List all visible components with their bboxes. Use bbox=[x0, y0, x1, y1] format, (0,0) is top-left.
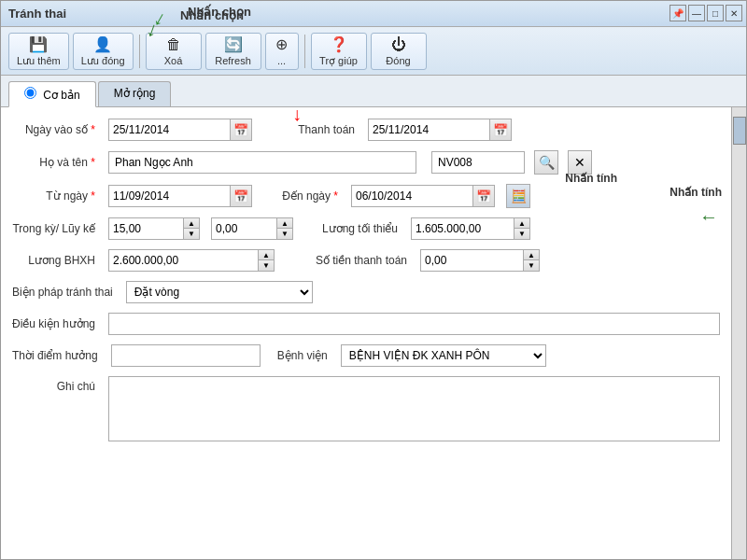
luong-bhxh-spin: ▲ ▼ bbox=[108, 249, 275, 272]
separator-2 bbox=[304, 35, 305, 68]
spin-buttons-2: ▲ ▼ bbox=[276, 217, 293, 240]
nhan-tinh-text: Nhấn tính bbox=[669, 186, 722, 199]
thanh-toan-input[interactable] bbox=[368, 119, 489, 141]
spin-up-3[interactable]: ▲ bbox=[514, 218, 529, 229]
spin-buttons-4: ▲ ▼ bbox=[258, 249, 275, 272]
luong-toi-thieu-spin: ▲ ▼ bbox=[411, 217, 530, 240]
spin-buttons-5: ▲ ▼ bbox=[523, 249, 540, 272]
spin-down-4[interactable]: ▼ bbox=[259, 260, 274, 271]
luong-bhxh-input[interactable] bbox=[108, 249, 258, 272]
ngay-vao-so-input[interactable] bbox=[108, 119, 230, 141]
tab-bar: Cơ bản Mở rộng bbox=[1, 76, 746, 107]
tab-co-ban[interactable]: Cơ bản bbox=[8, 81, 96, 107]
bien-phap-select-wrapper: Đặt vòng Thuốc tránh thai Bao cao su bbox=[126, 281, 313, 303]
spin-up-1[interactable]: ▲ bbox=[184, 218, 199, 229]
label-ghi-chu: Ghi chú bbox=[12, 376, 101, 393]
ngay-vao-so-cal-btn[interactable]: 📅 bbox=[230, 119, 252, 141]
maximize-btn[interactable]: □ bbox=[707, 5, 724, 21]
trong-ky-spin-2: ▲ ▼ bbox=[211, 217, 293, 240]
form-area: Ngày vào số 📅 ↓ Thanh toán 📅 bbox=[1, 107, 731, 559]
tab-co-ban-label: Cơ bản bbox=[43, 89, 79, 102]
luu-dong-label: Lưu đóng bbox=[81, 55, 125, 67]
content-area: Ngày vào số 📅 ↓ Thanh toán 📅 bbox=[1, 107, 746, 559]
den-ngay-input[interactable] bbox=[351, 185, 472, 207]
tu-ngay-cal-btn[interactable]: 📅 bbox=[230, 185, 252, 207]
refresh-button[interactable]: 🔄 Refresh bbox=[205, 33, 261, 70]
label-ho-va-ten: Họ và tên bbox=[12, 156, 101, 169]
tro-giup-button[interactable]: ❓ Trợ giúp bbox=[311, 33, 367, 70]
so-tien-spin: ▲ ▼ bbox=[420, 249, 540, 272]
minimize-btn[interactable]: — bbox=[688, 5, 705, 21]
search-nv-btn[interactable]: 🔍 bbox=[534, 150, 558, 175]
trong-ky-input-1[interactable] bbox=[108, 217, 183, 240]
calculate-btn[interactable]: 🧮 bbox=[506, 184, 530, 208]
dong-button[interactable]: ⏻ Đóng bbox=[371, 33, 427, 70]
spin-up-5[interactable]: ▲ bbox=[524, 250, 539, 260]
scrollbar[interactable] bbox=[731, 107, 746, 559]
label-dieu-kien: Điều kiện hưởng bbox=[12, 317, 101, 330]
luu-them-label: Lưu thêm bbox=[17, 55, 61, 67]
tab-mo-rong[interactable]: Mở rộng bbox=[98, 81, 172, 106]
row-bien-phap: Biện pháp tránh thai Đặt vòng Thuốc trán… bbox=[12, 281, 720, 303]
arrow-thanh-toan: ↓ bbox=[292, 107, 302, 125]
label-trong-ky: Trong kỳ/ Lũy kế bbox=[12, 222, 101, 235]
power-icon: ⏻ bbox=[391, 36, 406, 53]
window-controls: 📌 — □ ✕ bbox=[669, 5, 742, 21]
refresh-label: Refresh bbox=[215, 55, 251, 66]
so-tien-input[interactable] bbox=[420, 249, 523, 272]
refresh-icon: 🔄 bbox=[224, 35, 243, 53]
ghi-chu-textarea[interactable] bbox=[108, 376, 720, 441]
den-ngay-wrapper: 📅 bbox=[351, 185, 495, 207]
tab-co-ban-radio[interactable] bbox=[24, 87, 36, 99]
more-icon: ⊕ bbox=[275, 35, 288, 53]
tab-mo-rong-label: Mở rộng bbox=[114, 87, 156, 100]
save-close-icon: 👤 bbox=[93, 35, 112, 53]
luong-toi-thieu-input[interactable] bbox=[411, 217, 514, 240]
annotation-nhan-tinh: Nhấn tính bbox=[565, 172, 617, 185]
spin-up-4[interactable]: ▲ bbox=[259, 250, 274, 260]
dong-label: Đóng bbox=[386, 55, 410, 66]
row-dieu-kien: Điều kiện hưởng bbox=[12, 313, 720, 335]
more-button[interactable]: ⊕ ... bbox=[265, 33, 299, 70]
close-btn[interactable]: ✕ bbox=[726, 5, 742, 21]
label-so-tien: Số tiền thanh toán bbox=[291, 254, 413, 267]
label-ngay-vao-so: Ngày vào số bbox=[12, 123, 101, 136]
ma-nv-input[interactable] bbox=[431, 151, 525, 174]
ngay-vao-so-wrapper: 📅 bbox=[108, 119, 252, 141]
spin-buttons-3: ▲ ▼ bbox=[514, 217, 530, 240]
pin-btn[interactable]: 📌 bbox=[669, 5, 686, 21]
den-ngay-cal-btn[interactable]: 📅 bbox=[472, 185, 495, 207]
ho-va-ten-input[interactable] bbox=[108, 151, 416, 174]
help-icon: ❓ bbox=[330, 35, 348, 53]
separator-1 bbox=[139, 35, 140, 68]
benh-vien-select[interactable]: BỆNH VIỆN ĐK XANH PÔN bbox=[341, 344, 546, 367]
label-luong-toi-thieu: Lương tối thiểu bbox=[310, 222, 403, 235]
luu-them-button[interactable]: 💾 Lưu thêm bbox=[8, 33, 69, 70]
spin-up-2[interactable]: ▲ bbox=[277, 218, 292, 229]
thoi-diem-input[interactable] bbox=[111, 344, 261, 367]
title-bar: Tránh thai 📌 — □ ✕ bbox=[1, 1, 746, 27]
row-tu-ngay: Từ ngày 📅 Đến ngày 📅 🧮 Nhấn tính bbox=[12, 184, 720, 208]
dieu-kien-input[interactable] bbox=[108, 313, 720, 335]
trong-ky-input-2[interactable] bbox=[211, 217, 276, 240]
row-trong-ky: Trong kỳ/ Lũy kế ▲ ▼ ▲ ▼ Lương tố bbox=[12, 217, 720, 240]
scroll-top bbox=[732, 107, 746, 115]
tu-ngay-input[interactable] bbox=[108, 185, 230, 207]
row-thoi-diem: Thời điểm hưởng Bệnh viện BỆNH VIỆN ĐK X… bbox=[12, 344, 720, 367]
spin-down-3[interactable]: ▼ bbox=[514, 229, 529, 239]
label-thanh-toan: Thanh toán bbox=[295, 123, 360, 136]
spin-down-2[interactable]: ▼ bbox=[277, 229, 292, 239]
luu-dong-button[interactable]: 👤 Lưu đóng bbox=[73, 33, 134, 70]
scrollbar-thumb[interactable] bbox=[733, 117, 746, 145]
spin-down-5[interactable]: ▼ bbox=[524, 260, 539, 271]
xoa-label: Xoá bbox=[164, 55, 183, 66]
label-luong-bhxh: Lương BHXH bbox=[12, 254, 101, 267]
bien-phap-select[interactable]: Đặt vòng Thuốc tránh thai Bao cao su bbox=[126, 281, 313, 303]
spin-down-1[interactable]: ▼ bbox=[184, 229, 199, 239]
main-window: Tránh thai 📌 — □ ✕ Nhấn chọn ↓ 💾 Lưu thê… bbox=[0, 0, 747, 560]
label-bien-phap: Biện pháp tránh thai bbox=[12, 286, 119, 299]
row-ghi-chu: Ghi chú bbox=[12, 376, 720, 441]
thanh-toan-cal-btn[interactable]: 📅 bbox=[489, 119, 512, 141]
save-icon: 💾 bbox=[29, 35, 48, 53]
delete-icon: 🗑 bbox=[166, 36, 181, 53]
